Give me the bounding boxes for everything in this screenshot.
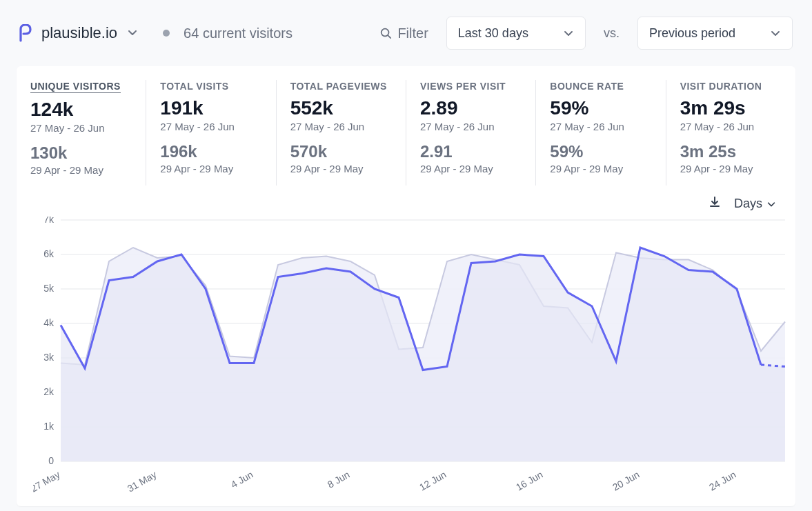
metric-prev-range: 29 Apr - 29 May — [30, 164, 132, 176]
metric-prev-range: 29 Apr - 29 May — [680, 163, 782, 174]
svg-text:5k: 5k — [43, 283, 55, 294]
metric-total-pageviews[interactable]: TOTAL PAGEVIEWS552k27 May - 26 Jun570k29… — [277, 80, 406, 186]
svg-text:4k: 4k — [43, 317, 55, 328]
logo — [19, 24, 32, 42]
interval-select[interactable]: Days — [734, 197, 776, 211]
metric-prev-value: 570k — [290, 142, 392, 161]
metric-range: 27 May - 26 Jun — [680, 121, 782, 132]
site-switch-chevron-icon[interactable] — [127, 26, 138, 41]
filter-label: Filter — [397, 26, 428, 41]
metric-label: VISIT DURATION — [680, 81, 762, 92]
metric-value: 2.89 — [420, 97, 522, 119]
metric-label: VIEWS PER VISIT — [420, 81, 506, 92]
metric-label: TOTAL PAGEVIEWS — [290, 81, 387, 92]
interval-label: Days — [734, 197, 762, 211]
svg-text:12 Jun: 12 Jun — [417, 469, 448, 493]
svg-text:2k: 2k — [43, 386, 55, 397]
site-title[interactable]: plausible.io — [41, 24, 117, 42]
metric-value: 59% — [550, 97, 651, 119]
metric-range: 27 May - 26 Jun — [290, 121, 392, 132]
metric-prev-value: 3m 25s — [680, 142, 782, 161]
chevron-down-icon — [563, 28, 574, 39]
metric-views-per-visit[interactable]: VIEWS PER VISIT2.8927 May - 26 Jun2.9129… — [406, 80, 536, 186]
metric-value: 3m 29s — [680, 97, 782, 119]
chevron-down-icon — [770, 28, 781, 39]
compare-select[interactable]: Previous period — [637, 17, 793, 50]
metric-range: 27 May - 26 Jun — [30, 122, 132, 134]
metric-value: 124k — [30, 99, 132, 121]
chart-area: 01k2k3k4k5k6k7k27 May31 May4 Jun8 Jun12 … — [17, 217, 795, 506]
svg-text:16 Jun: 16 Jun — [514, 469, 544, 493]
svg-text:20 Jun: 20 Jun — [611, 469, 641, 493]
svg-text:0: 0 — [48, 455, 54, 466]
period-select-label: Last 30 days — [458, 26, 528, 41]
svg-text:31 May: 31 May — [126, 469, 159, 494]
chevron-down-icon — [766, 199, 776, 209]
svg-text:24 Jun: 24 Jun — [707, 469, 737, 493]
current-visitors[interactable]: 64 current visitors — [184, 26, 293, 41]
svg-text:8 Jun: 8 Jun — [326, 469, 352, 490]
svg-point-0 — [382, 29, 389, 37]
vs-label: vs. — [604, 26, 620, 41]
metric-value: 191k — [160, 97, 261, 119]
svg-text:4 Jun: 4 Jun — [229, 469, 255, 490]
metric-label: BOUNCE RATE — [550, 81, 624, 92]
svg-line-1 — [388, 36, 391, 39]
period-select[interactable]: Last 30 days — [446, 17, 586, 50]
metric-prev-value: 2.91 — [420, 142, 522, 161]
svg-text:1k: 1k — [43, 421, 55, 432]
search-icon — [379, 27, 392, 39]
metric-prev-value: 130k — [30, 143, 132, 163]
download-button[interactable] — [708, 195, 722, 212]
svg-text:3k: 3k — [43, 352, 55, 363]
svg-text:6k: 6k — [43, 248, 55, 259]
metric-range: 27 May - 26 Jun — [420, 121, 522, 132]
metric-unique-visitors[interactable]: UNIQUE VISITORS124k27 May - 26 Jun130k29… — [17, 80, 146, 186]
metric-prev-range: 29 Apr - 29 May — [550, 163, 651, 174]
metric-value: 552k — [290, 97, 392, 119]
visitors-chart[interactable]: 01k2k3k4k5k6k7k27 May31 May4 Jun8 Jun12 … — [33, 217, 792, 499]
metric-prev-value: 196k — [160, 142, 261, 161]
metric-range: 27 May - 26 Jun — [160, 121, 261, 132]
metric-total-visits[interactable]: TOTAL VISITS191k27 May - 26 Jun196k29 Ap… — [146, 80, 276, 186]
metric-label: TOTAL VISITS — [160, 81, 228, 92]
presence-dot-icon — [163, 30, 170, 37]
metrics-row: UNIQUE VISITORS124k27 May - 26 Jun130k29… — [17, 66, 795, 192]
metric-prev-range: 29 Apr - 29 May — [160, 163, 261, 174]
svg-text:27 May: 27 May — [33, 469, 62, 494]
metric-prev-value: 59% — [550, 142, 651, 161]
metric-range: 27 May - 26 Jun — [550, 121, 651, 132]
filter-button[interactable]: Filter — [379, 26, 428, 41]
metric-bounce-rate[interactable]: BOUNCE RATE59%27 May - 26 Jun59%29 Apr -… — [536, 80, 666, 186]
metric-prev-range: 29 Apr - 29 May — [420, 163, 522, 174]
download-icon — [708, 195, 722, 209]
svg-text:7k: 7k — [43, 217, 55, 225]
metric-prev-range: 29 Apr - 29 May — [290, 163, 392, 174]
metric-visit-duration[interactable]: VISIT DURATION3m 29s27 May - 26 Jun3m 25… — [666, 80, 795, 186]
metric-label: UNIQUE VISITORS — [30, 81, 121, 93]
compare-select-label: Previous period — [649, 26, 735, 41]
